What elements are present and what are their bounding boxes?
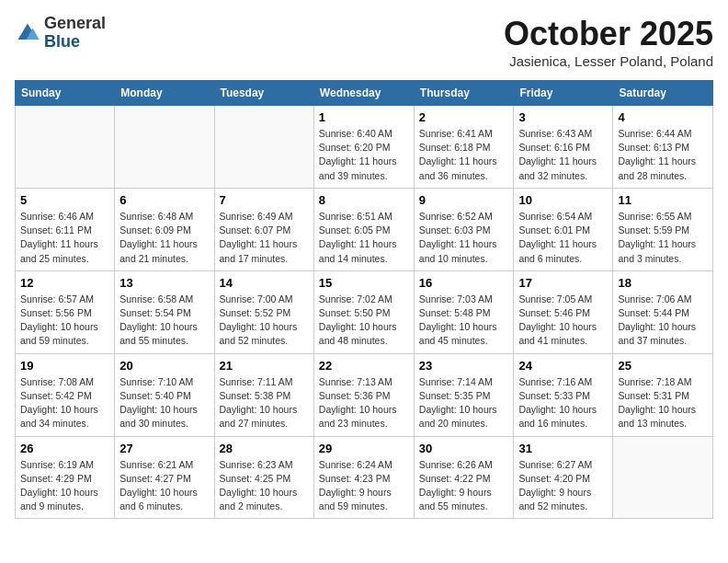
day-info: Sunrise: 7:02 AM Sunset: 5:50 PM Dayligh… (319, 293, 409, 349)
month-title: October 2025 (504, 15, 713, 53)
calendar-cell (613, 436, 713, 519)
logo-general: General (44, 15, 106, 33)
calendar-cell: 18Sunrise: 7:06 AM Sunset: 5:44 PM Dayli… (613, 270, 713, 353)
day-info: Sunrise: 6:24 AM Sunset: 4:23 PM Dayligh… (319, 458, 409, 514)
weekday-header-friday: Friday (514, 81, 613, 106)
week-row-2: 5Sunrise: 6:46 AM Sunset: 6:11 PM Daylig… (16, 188, 713, 270)
day-number: 1 (319, 110, 409, 124)
weekday-header-monday: Monday (115, 81, 214, 106)
calendar-cell (16, 106, 115, 189)
day-info: Sunrise: 7:05 AM Sunset: 5:46 PM Dayligh… (518, 293, 608, 349)
day-number: 6 (119, 193, 209, 207)
day-number: 23 (419, 359, 509, 373)
week-row-1: 1Sunrise: 6:40 AM Sunset: 6:20 PM Daylig… (16, 106, 713, 189)
day-number: 26 (20, 442, 109, 455)
day-number: 24 (518, 359, 608, 373)
logo: General Blue (15, 15, 106, 52)
weekday-header-sunday: Sunday (16, 81, 115, 106)
calendar-cell: 19Sunrise: 7:08 AM Sunset: 5:42 PM Dayli… (16, 353, 115, 436)
day-number: 2 (419, 110, 509, 124)
day-number: 16 (419, 276, 509, 290)
day-number: 25 (618, 359, 708, 373)
calendar-cell: 5Sunrise: 6:46 AM Sunset: 6:11 PM Daylig… (16, 188, 115, 270)
day-number: 28 (220, 442, 309, 455)
day-number: 9 (419, 193, 509, 207)
weekday-header-wednesday: Wednesday (313, 81, 414, 106)
logo-icon (15, 20, 40, 46)
day-info: Sunrise: 6:23 AM Sunset: 4:25 PM Dayligh… (220, 458, 309, 514)
day-number: 19 (20, 359, 109, 373)
day-number: 31 (518, 442, 608, 455)
day-info: Sunrise: 7:06 AM Sunset: 5:44 PM Dayligh… (618, 293, 708, 349)
day-info: Sunrise: 7:13 AM Sunset: 5:36 PM Dayligh… (319, 375, 409, 431)
calendar-cell: 30Sunrise: 6:26 AM Sunset: 4:22 PM Dayli… (414, 436, 514, 519)
title-block: October 2025 Jasienica, Lesser Poland, P… (504, 15, 713, 69)
calendar-cell: 1Sunrise: 6:40 AM Sunset: 6:20 PM Daylig… (313, 106, 414, 189)
day-number: 7 (220, 193, 309, 207)
calendar-cell (115, 106, 214, 189)
calendar-cell: 24Sunrise: 7:16 AM Sunset: 5:33 PM Dayli… (514, 353, 613, 436)
day-number: 11 (618, 193, 708, 207)
page-header: General Blue October 2025 Jasienica, Les… (15, 15, 713, 69)
calendar-cell: 22Sunrise: 7:13 AM Sunset: 5:36 PM Dayli… (313, 353, 414, 436)
day-info: Sunrise: 6:51 AM Sunset: 6:05 PM Dayligh… (319, 210, 409, 266)
calendar-cell: 16Sunrise: 7:03 AM Sunset: 5:48 PM Dayli… (414, 270, 514, 353)
day-number: 20 (119, 359, 209, 373)
day-info: Sunrise: 6:41 AM Sunset: 6:18 PM Dayligh… (419, 127, 509, 183)
day-info: Sunrise: 7:18 AM Sunset: 5:31 PM Dayligh… (618, 375, 708, 431)
calendar-cell: 8Sunrise: 6:51 AM Sunset: 6:05 PM Daylig… (313, 188, 414, 270)
logo-text: General Blue (44, 15, 106, 52)
week-row-5: 26Sunrise: 6:19 AM Sunset: 4:29 PM Dayli… (16, 436, 713, 519)
day-info: Sunrise: 6:40 AM Sunset: 6:20 PM Dayligh… (319, 127, 409, 183)
location-title: Jasienica, Lesser Poland, Poland (504, 53, 713, 69)
calendar-cell: 17Sunrise: 7:05 AM Sunset: 5:46 PM Dayli… (514, 270, 613, 353)
day-info: Sunrise: 6:52 AM Sunset: 6:03 PM Dayligh… (419, 210, 509, 266)
day-info: Sunrise: 6:57 AM Sunset: 5:56 PM Dayligh… (20, 293, 109, 349)
day-number: 8 (319, 193, 409, 207)
calendar-cell: 14Sunrise: 7:00 AM Sunset: 5:52 PM Dayli… (214, 270, 313, 353)
day-info: Sunrise: 6:26 AM Sunset: 4:22 PM Dayligh… (419, 458, 509, 514)
weekday-header-tuesday: Tuesday (214, 81, 313, 106)
weekday-header-thursday: Thursday (414, 81, 514, 106)
day-info: Sunrise: 7:11 AM Sunset: 5:38 PM Dayligh… (220, 375, 309, 431)
day-info: Sunrise: 6:27 AM Sunset: 4:20 PM Dayligh… (518, 458, 608, 514)
day-info: Sunrise: 7:08 AM Sunset: 5:42 PM Dayligh… (20, 375, 109, 431)
calendar-cell: 15Sunrise: 7:02 AM Sunset: 5:50 PM Dayli… (313, 270, 414, 353)
day-number: 30 (419, 442, 509, 455)
day-number: 22 (319, 359, 409, 373)
day-info: Sunrise: 6:44 AM Sunset: 6:13 PM Dayligh… (618, 127, 708, 183)
calendar-table: SundayMondayTuesdayWednesdayThursdayFrid… (15, 80, 713, 519)
day-info: Sunrise: 7:16 AM Sunset: 5:33 PM Dayligh… (518, 375, 608, 431)
calendar-cell: 20Sunrise: 7:10 AM Sunset: 5:40 PM Dayli… (115, 353, 214, 436)
day-number: 15 (319, 276, 409, 290)
calendar-cell: 28Sunrise: 6:23 AM Sunset: 4:25 PM Dayli… (214, 436, 313, 519)
day-info: Sunrise: 6:43 AM Sunset: 6:16 PM Dayligh… (518, 127, 608, 183)
day-info: Sunrise: 6:58 AM Sunset: 5:54 PM Dayligh… (119, 293, 209, 349)
calendar-cell: 10Sunrise: 6:54 AM Sunset: 6:01 PM Dayli… (514, 188, 613, 270)
day-number: 10 (518, 193, 608, 207)
day-number: 13 (119, 276, 209, 290)
week-row-4: 19Sunrise: 7:08 AM Sunset: 5:42 PM Dayli… (16, 353, 713, 436)
calendar-cell: 31Sunrise: 6:27 AM Sunset: 4:20 PM Dayli… (514, 436, 613, 519)
calendar-cell: 9Sunrise: 6:52 AM Sunset: 6:03 PM Daylig… (414, 188, 514, 270)
day-number: 12 (20, 276, 109, 290)
day-number: 3 (518, 110, 608, 124)
day-number: 4 (618, 110, 708, 124)
logo-blue: Blue (44, 33, 106, 52)
day-number: 29 (319, 442, 409, 455)
calendar-cell: 21Sunrise: 7:11 AM Sunset: 5:38 PM Dayli… (214, 353, 313, 436)
calendar-cell (214, 106, 313, 189)
calendar-cell: 23Sunrise: 7:14 AM Sunset: 5:35 PM Dayli… (414, 353, 514, 436)
day-number: 14 (220, 276, 309, 290)
day-info: Sunrise: 6:21 AM Sunset: 4:27 PM Dayligh… (119, 458, 209, 514)
day-info: Sunrise: 7:14 AM Sunset: 5:35 PM Dayligh… (419, 375, 509, 431)
calendar-cell: 4Sunrise: 6:44 AM Sunset: 6:13 PM Daylig… (613, 106, 713, 189)
day-info: Sunrise: 6:55 AM Sunset: 5:59 PM Dayligh… (618, 210, 708, 266)
calendar-cell: 11Sunrise: 6:55 AM Sunset: 5:59 PM Dayli… (613, 188, 713, 270)
day-number: 18 (618, 276, 708, 290)
calendar-cell: 29Sunrise: 6:24 AM Sunset: 4:23 PM Dayli… (313, 436, 414, 519)
calendar-cell: 6Sunrise: 6:48 AM Sunset: 6:09 PM Daylig… (115, 188, 214, 270)
day-number: 5 (20, 193, 109, 207)
week-row-3: 12Sunrise: 6:57 AM Sunset: 5:56 PM Dayli… (16, 270, 713, 353)
day-info: Sunrise: 6:48 AM Sunset: 6:09 PM Dayligh… (119, 210, 209, 266)
